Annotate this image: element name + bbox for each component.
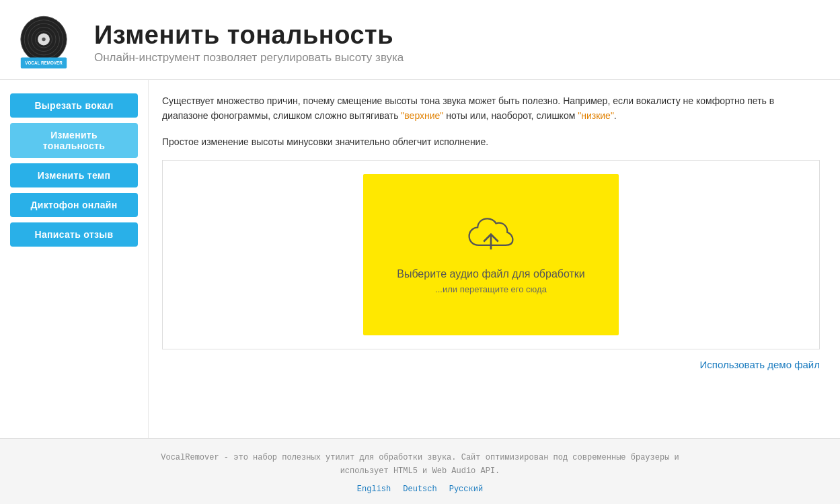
upload-dropzone[interactable]: Выберите аудио файл для обработки ...или… xyxy=(363,174,619,335)
sidebar-btn-write-review[interactable]: Написать отзыв xyxy=(10,222,138,247)
footer-text-line1: VocalRemover - это набор полезных утилит… xyxy=(13,451,827,464)
description-block-2: Простое изменение высоты минусовки значи… xyxy=(162,134,820,149)
main-content: Существует множество причин, почему смещ… xyxy=(148,80,840,438)
logo-icon: VOCAL REMOVER xyxy=(13,12,74,73)
sidebar-btn-cut-vocal[interactable]: Вырезать вокал xyxy=(10,93,138,118)
footer-links: English Deutsch Русский xyxy=(13,482,827,496)
sidebar-btn-change-tempo[interactable]: Изменить темп xyxy=(10,163,138,187)
footer-text-line2: использует HTML5 и Web Audio API. xyxy=(13,464,827,478)
upload-sublabel: ...или перетащите его сюда xyxy=(435,284,547,294)
upload-section: Выберите аудио файл для обработки ...или… xyxy=(162,160,820,349)
content-area: Вырезать вокал Изменить тональность Изме… xyxy=(0,80,840,438)
demo-link[interactable]: Использовать демо файл xyxy=(700,359,820,370)
svg-point-6 xyxy=(42,38,45,41)
lower-notes-link[interactable]: "низкие" xyxy=(578,110,614,121)
description-block: Существует множество причин, почему смещ… xyxy=(162,93,820,124)
footer-link-russian[interactable]: Русский xyxy=(449,482,483,496)
header: VOCAL REMOVER Изменить тональность Онлай… xyxy=(0,0,840,80)
logo-area: VOCAL REMOVER xyxy=(13,12,74,73)
page-title: Изменить тональность xyxy=(94,21,404,50)
footer-link-english[interactable]: English xyxy=(357,482,391,496)
footer-link-deutsch[interactable]: Deutsch xyxy=(403,482,436,496)
header-text: Изменить тональность Онлайн-инструмент п… xyxy=(94,21,404,65)
sidebar-btn-dictaphone[interactable]: Диктофон онлайн xyxy=(10,193,138,217)
svg-text:VOCAL REMOVER: VOCAL REMOVER xyxy=(25,60,63,65)
sidebar: Вырезать вокал Изменить тональность Изме… xyxy=(0,80,148,438)
footer: VocalRemover - это набор полезных утилит… xyxy=(0,438,840,504)
sidebar-btn-change-tone[interactable]: Изменить тональность xyxy=(10,123,138,158)
page-subtitle: Онлайн-инструмент позволяет регулировать… xyxy=(94,51,404,65)
upload-cloud-icon xyxy=(467,216,515,259)
upper-notes-link[interactable]: "верхние" xyxy=(401,110,443,121)
upload-label: Выберите аудио файл для обработки xyxy=(397,268,585,280)
demo-link-row: Использовать демо файл xyxy=(162,359,820,371)
